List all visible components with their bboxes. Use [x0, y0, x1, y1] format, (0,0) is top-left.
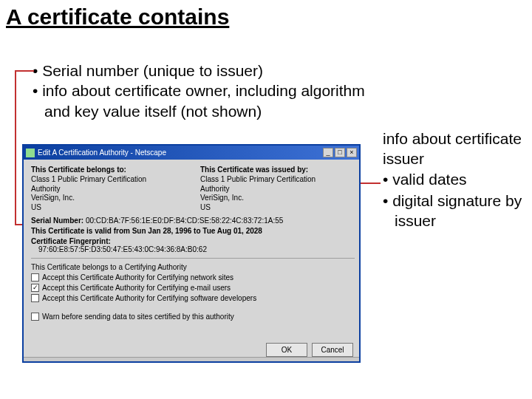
checkbox-row: Warn before sending data to sites certif… — [31, 313, 355, 321]
belongs-ca-text: This Certificate belongs to a Certifying… — [31, 263, 355, 271]
belongs-line: Class 1 Public Primary Certification — [31, 175, 185, 185]
belongs-line: US — [31, 203, 185, 213]
checkbox-row: Accept this Certificate Authority for Ce… — [31, 273, 355, 282]
belongs-line: VeriSign, Inc. — [31, 194, 185, 203]
minimize-button[interactable]: _ — [323, 148, 333, 157]
checkbox-email-users[interactable]: ✓ — [31, 284, 39, 292]
issued-line: US — [200, 203, 355, 213]
issued-line: VeriSign, Inc. — [200, 194, 355, 203]
bullet-item: • Serial number (unique to issuer) — [33, 61, 372, 81]
fingerprint-value: 97:60:E8:57:5F:D3:50:47:E5:43:0C:94:36:8… — [38, 245, 355, 253]
bullet-item: • info about certificate owner, includin… — [33, 81, 372, 121]
window-title: Edit A Certification Authority - Netscap… — [38, 149, 321, 157]
maximize-button[interactable]: □ — [335, 148, 345, 157]
titlebar: Edit A Certification Authority - Netscap… — [24, 146, 359, 160]
belongs-line: Authority — [31, 185, 185, 194]
checkbox-warn[interactable] — [31, 313, 39, 321]
bullet-text: info about certificate owner, including … — [42, 82, 365, 119]
bullet-item: • valid dates — [383, 169, 523, 189]
slide-title: A certificate contains — [6, 4, 229, 30]
issued-header: This Certificate was issued by: — [200, 166, 355, 174]
bullet-text: info about certificate issuer — [383, 130, 522, 167]
dialog-buttons: OK Cancel — [266, 343, 353, 357]
app-icon — [26, 149, 35, 157]
serial-value: 00:CD:BA:7F:56:1E:E0:DF:B4:CD:SE:58:22:4… — [86, 216, 283, 225]
bullet-item: • digital signature by issuer — [383, 191, 523, 231]
fingerprint-label: Certificate Fingerprint: — [31, 237, 355, 245]
belongs-header: This Certificate belongs to: — [31, 166, 185, 174]
serial-row: Serial Number: 00:CD:BA:7F:56:1E:E0:DF:B… — [31, 216, 355, 225]
issued-line: Authority — [200, 185, 355, 194]
serial-label: Serial Number: — [31, 216, 83, 225]
bullet-item: info about certificate issuer — [383, 129, 523, 169]
checkbox-software-devs[interactable] — [31, 294, 39, 302]
dialog-footer — [24, 357, 359, 361]
checkbox-row: ✓ Accept this Certificate Authority for … — [31, 284, 355, 292]
checkbox-label: Warn before sending data to sites certif… — [42, 313, 234, 321]
ok-button[interactable]: OK — [266, 343, 307, 357]
checkbox-network-sites[interactable] — [31, 273, 39, 282]
belongs-column: This Certificate belongs to: Class 1 Pub… — [31, 166, 185, 212]
bullet-text: digital signature by issuer — [392, 192, 522, 229]
annotation-line — [15, 70, 16, 225]
certificate-dialog: Edit A Certification Authority - Netscap… — [22, 144, 361, 363]
bullets-top: • Serial number (unique to issuer) • inf… — [33, 61, 372, 121]
checkbox-label: Accept this Certificate Authority for Ce… — [42, 284, 231, 292]
issued-column: This Certificate was issued by: Class 1 … — [200, 166, 355, 212]
valid-dates: This Certificate is valid from Sun Jan 2… — [31, 227, 355, 235]
close-button[interactable]: × — [347, 148, 357, 157]
cancel-button[interactable]: Cancel — [312, 343, 353, 357]
annotation-line — [15, 70, 34, 72]
checkbox-row: Accept this Certificate Authority for Ce… — [31, 294, 355, 302]
checkbox-label: Accept this Certificate Authority for Ce… — [42, 273, 233, 282]
checkbox-label: Accept this Certificate Authority for Ce… — [42, 294, 256, 302]
dialog-body: This Certificate belongs to: Class 1 Pub… — [24, 160, 359, 321]
issued-line: Class 1 Public Primary Certification — [200, 175, 355, 185]
separator — [31, 258, 355, 259]
bullets-right: info about certificate issuer • valid da… — [383, 129, 523, 232]
bullet-text: valid dates — [392, 171, 466, 188]
bullet-text: Serial number (unique to issuer) — [42, 62, 263, 79]
